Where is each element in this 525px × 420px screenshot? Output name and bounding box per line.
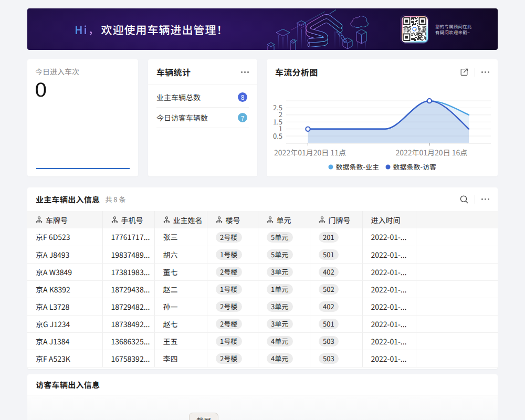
table-cell: 李四	[154, 350, 207, 367]
today-entries-card: 今日进入车次 0	[27, 59, 138, 176]
vehicle-stat-row: 今日访客车辆数 7	[156, 108, 249, 128]
dot	[485, 71, 486, 73]
column-label: 车牌号	[46, 215, 68, 225]
table-cell: 2022-01-...	[362, 350, 416, 367]
qr-caption-line2: 有疑问欢迎来戳~	[435, 29, 472, 36]
owner-table-title: 业主车辆出入信息	[36, 194, 100, 205]
table-cell-empty	[416, 332, 498, 350]
vehicle-stats-title: 车辆统计	[156, 66, 191, 78]
table-cell: 16758392...	[102, 350, 154, 367]
screenshot-button[interactable]: 截屏	[189, 413, 218, 420]
table-cell: 京F 6D523	[27, 228, 102, 246]
table-cell: 2022-01-...	[362, 246, 416, 263]
owner-table-column-header[interactable]: 业主姓名	[154, 211, 207, 228]
field-relation-icon	[216, 216, 223, 223]
owner-table-column-header[interactable]: 楼号	[207, 211, 258, 228]
tag-pill: 2号楼	[216, 267, 242, 277]
table-cell: 3单元	[258, 263, 310, 280]
tag-pill: 1号楼	[216, 336, 242, 346]
table-cell: 201	[310, 228, 362, 246]
table-cell: 赵七	[154, 315, 207, 332]
table-row[interactable]: 京A W384917381983...董七2号楼3单元4022022-01-..…	[27, 263, 498, 280]
table-cell: 18729482...	[102, 298, 154, 315]
table-row[interactable]: 京A J849319837489...胡六1号楼5单元5012022-01-..…	[27, 246, 498, 263]
table-row[interactable]: 京A L372818729482...孙一2号楼3单元4022022-01-..…	[27, 298, 498, 315]
table-cell-empty	[416, 350, 498, 367]
owner-table-card: 业主车辆出入信息 共 8 条 车牌号 手机号 业主姓名	[27, 187, 498, 369]
banner-greeting: Hi，欢迎使用车辆进出管理！	[75, 22, 228, 37]
owner-table-column-header[interactable]: 进入时间	[362, 211, 416, 228]
svg-text:2.5: 2.5	[273, 102, 282, 112]
table-row[interactable]: 京A K839218729438...赵二1号楼1单元5022022-01-..…	[27, 280, 498, 298]
tag-pill: 1号楼	[216, 249, 242, 260]
traffic-analysis-menu-icon[interactable]	[481, 71, 489, 73]
table-cell-empty	[416, 280, 498, 298]
table-cell: 2号楼	[207, 228, 258, 246]
dot	[241, 71, 243, 73]
tag-pill: 2号楼	[216, 353, 242, 364]
table-cell: 1号楼	[207, 332, 258, 350]
dot	[488, 198, 489, 200]
column-label: 门牌号	[329, 215, 351, 225]
divider	[475, 68, 475, 77]
tag-pill: 503	[319, 336, 339, 346]
owner-table-column-header	[416, 211, 498, 228]
owner-table-count: 共 8 条	[105, 194, 125, 204]
qr-code[interactable]	[401, 15, 428, 43]
visitor-table-body-area	[27, 395, 498, 420]
table-cell: 京A L3728	[27, 298, 102, 315]
table-cell: 王五	[154, 332, 207, 350]
vehicle-stat-label: 业主车辆总数	[156, 92, 201, 102]
owner-table-column-header[interactable]: 手机号	[102, 211, 154, 228]
vehicle-stats-menu-icon[interactable]	[241, 71, 249, 73]
divider	[148, 85, 257, 85]
owner-table: 车牌号 手机号 业主姓名 楼号 单元 门牌号进入时间 京F 6D52317761…	[27, 211, 498, 368]
table-row[interactable]: 京G J123418738492...赵七2号楼3单元5012022-01-..…	[27, 315, 498, 332]
table-cell: 2号楼	[207, 315, 258, 332]
traffic-line-chart[interactable]: 0.511.522.52022年01月20日 11点2022年01月20日 16…	[267, 85, 498, 176]
table-cell: 3单元	[258, 298, 310, 315]
table-cell: 赵二	[154, 280, 207, 298]
table-cell: 2022-01-...	[362, 280, 416, 298]
table-cell: 2022-01-...	[362, 298, 416, 315]
banner-greeting-text: 欢迎使用车辆进出管理！	[101, 22, 228, 37]
table-row[interactable]: 京A J138413686325...王五1号楼4单元5032022-01-..…	[27, 332, 498, 350]
owner-table-column-header[interactable]: 单元	[258, 211, 310, 228]
table-cell: 4单元	[258, 332, 310, 350]
table-cell: 18738492...	[102, 315, 154, 332]
search-icon[interactable]	[460, 195, 468, 204]
column-label: 手机号	[121, 215, 143, 225]
svg-text:2022年01月20日 16点: 2022年01月20日 16点	[395, 147, 467, 158]
tag-pill: 501	[319, 249, 339, 260]
tag-pill: 2号楼	[216, 301, 242, 312]
table-cell: 402	[310, 298, 362, 315]
table-cell: 2号楼	[207, 350, 258, 367]
table-cell: 京G J1234	[27, 315, 102, 332]
table-cell-empty	[416, 228, 498, 246]
vehicle-stat-badge: 7	[238, 113, 247, 122]
owner-table-column-header[interactable]: 门牌号	[310, 211, 362, 228]
expand-icon[interactable]	[460, 68, 468, 76]
vehicle-stat-row: 业主车辆总数 8	[156, 87, 249, 108]
table-cell: 502	[310, 280, 362, 298]
table-cell-empty	[416, 298, 498, 315]
qr-pattern	[403, 17, 426, 41]
table-cell: 17381983...	[102, 263, 154, 280]
owner-table-column-header[interactable]: 车牌号	[27, 211, 102, 228]
tag-pill: 402	[319, 301, 339, 312]
dot	[244, 71, 246, 73]
table-cell: 501	[310, 315, 362, 332]
tag-pill: 501	[319, 319, 339, 329]
table-row[interactable]: 京F 6D52317761717...张三2号楼5单元2012022-01-..…	[27, 228, 498, 246]
dot	[481, 71, 483, 73]
table-cell: 1号楼	[207, 246, 258, 263]
traffic-analysis-card: 车流分析图 0.511.522.52022年01月20日 11点2022年01月…	[267, 59, 498, 176]
tag-pill: 1号楼	[216, 284, 242, 295]
column-label: 单元	[277, 215, 291, 225]
owner-table-menu-icon[interactable]	[481, 198, 489, 200]
dot	[488, 71, 489, 73]
traffic-analysis-title: 车流分析图	[275, 66, 318, 78]
table-row[interactable]: 京F A523K16758392...李四2号楼4单元5032022-01-..…	[27, 350, 498, 367]
table-cell: 501	[310, 246, 362, 263]
table-cell-empty	[416, 246, 498, 263]
